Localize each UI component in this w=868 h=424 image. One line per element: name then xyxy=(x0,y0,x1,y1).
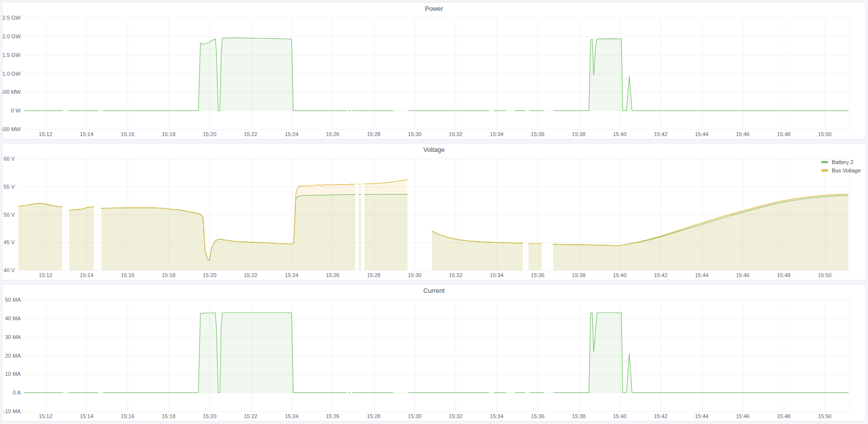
svg-text:15:34: 15:34 xyxy=(490,272,504,278)
svg-text:15:34: 15:34 xyxy=(490,131,504,137)
svg-text:15:44: 15:44 xyxy=(695,131,709,137)
voltage-legend: Battery 2 Bus Voltage xyxy=(821,158,861,174)
panel-current: Current 50 MA40 MA30 MA20 MA10 MA0 A-10 … xyxy=(2,284,866,422)
gridlines xyxy=(24,18,850,130)
svg-text:45 V: 45 V xyxy=(3,239,15,245)
panel-voltage: Voltage 60 V55 V50 V45 V40 V15:1215:1415… xyxy=(2,143,866,281)
svg-text:15:12: 15:12 xyxy=(39,272,53,278)
svg-text:15:30: 15:30 xyxy=(408,413,421,419)
svg-text:15:46: 15:46 xyxy=(736,413,750,419)
power-chart-svg[interactable]: 2.5 GW2.0 GW1.5 GW1.0 GW500 MW0 W-500 MW… xyxy=(2,15,866,139)
svg-text:15:14: 15:14 xyxy=(80,131,94,137)
svg-text:15:32: 15:32 xyxy=(449,131,463,137)
svg-text:15:30: 15:30 xyxy=(408,272,421,278)
svg-text:15:26: 15:26 xyxy=(326,131,339,137)
svg-text:15:44: 15:44 xyxy=(695,272,709,278)
svg-text:15:28: 15:28 xyxy=(367,272,381,278)
svg-text:-10 MA: -10 MA xyxy=(3,408,21,414)
svg-text:55 V: 55 V xyxy=(3,184,15,190)
svg-text:15:50: 15:50 xyxy=(818,272,832,278)
svg-text:1.5 GW: 1.5 GW xyxy=(2,52,21,58)
svg-text:15:18: 15:18 xyxy=(162,413,175,419)
svg-text:50 MA: 50 MA xyxy=(5,297,21,303)
legend-label-battery-2: Battery 2 xyxy=(832,159,853,165)
svg-text:15:16: 15:16 xyxy=(121,413,135,419)
panel-power: Power 2.5 GW2.0 GW1.5 GW1.0 GW500 MW0 W-… xyxy=(2,2,866,140)
svg-text:15:42: 15:42 xyxy=(654,413,668,419)
svg-text:15:38: 15:38 xyxy=(572,413,586,419)
legend-item-battery-2[interactable]: Battery 2 xyxy=(821,158,861,166)
svg-text:15:38: 15:38 xyxy=(572,131,586,137)
svg-text:15:48: 15:48 xyxy=(777,131,791,137)
svg-text:15:46: 15:46 xyxy=(736,272,750,278)
panel-title-voltage[interactable]: Voltage xyxy=(2,143,866,156)
x-axis-labels: 15:1215:1415:1615:1815:2015:2215:2415:26… xyxy=(39,272,832,278)
series-area-current xyxy=(24,313,848,393)
series-area-power xyxy=(24,38,848,111)
svg-text:15:36: 15:36 xyxy=(531,413,545,419)
x-axis-labels: 15:1215:1415:1615:1815:2015:2215:2415:26… xyxy=(39,413,832,419)
svg-text:15:40: 15:40 xyxy=(613,413,627,419)
svg-text:15:38: 15:38 xyxy=(572,272,586,278)
panel-title-current[interactable]: Current xyxy=(2,284,866,297)
svg-text:0 A: 0 A xyxy=(13,390,21,396)
svg-text:15:48: 15:48 xyxy=(777,413,791,419)
svg-text:15:14: 15:14 xyxy=(80,413,94,419)
svg-text:-500 MW: -500 MW xyxy=(2,126,21,132)
svg-text:15:24: 15:24 xyxy=(285,131,299,137)
svg-text:15:16: 15:16 xyxy=(121,131,135,137)
svg-text:60 V: 60 V xyxy=(3,156,15,162)
svg-text:15:42: 15:42 xyxy=(654,131,668,137)
voltage-chart-svg[interactable]: 60 V55 V50 V45 V40 V15:1215:1415:1615:18… xyxy=(2,156,866,280)
svg-text:15:26: 15:26 xyxy=(326,413,339,419)
panel-title-power[interactable]: Power xyxy=(2,2,866,15)
svg-text:0 W: 0 W xyxy=(11,108,21,113)
svg-text:2.5 GW: 2.5 GW xyxy=(2,15,21,21)
svg-text:15:14: 15:14 xyxy=(80,272,94,278)
svg-text:40 V: 40 V xyxy=(3,267,15,273)
svg-text:15:50: 15:50 xyxy=(818,413,832,419)
svg-text:15:46: 15:46 xyxy=(736,131,750,137)
battery-2-series-swatch-icon xyxy=(821,161,828,163)
svg-text:15:30: 15:30 xyxy=(408,131,421,137)
dashboard: Power 2.5 GW2.0 GW1.5 GW1.0 GW500 MW0 W-… xyxy=(0,0,868,424)
svg-text:15:20: 15:20 xyxy=(203,413,217,419)
y-axis-labels: 2.5 GW2.0 GW1.5 GW1.0 GW500 MW0 W-500 MW xyxy=(2,15,21,132)
svg-text:15:20: 15:20 xyxy=(203,272,217,278)
svg-text:15:18: 15:18 xyxy=(162,131,175,137)
svg-text:15:50: 15:50 xyxy=(818,131,832,137)
current-chart-svg[interactable]: 50 MA40 MA30 MA20 MA10 MA0 A-10 MA15:121… xyxy=(2,297,866,421)
svg-text:15:42: 15:42 xyxy=(654,272,668,278)
svg-text:30 MA: 30 MA xyxy=(5,334,21,340)
svg-text:15:24: 15:24 xyxy=(285,413,299,419)
series-area-bus-voltage xyxy=(18,180,848,270)
svg-text:15:18: 15:18 xyxy=(162,272,175,278)
svg-text:1.0 GW: 1.0 GW xyxy=(2,71,21,77)
gridlines xyxy=(24,300,850,412)
svg-text:15:22: 15:22 xyxy=(244,413,257,419)
svg-text:15:24: 15:24 xyxy=(285,272,299,278)
svg-text:20 MA: 20 MA xyxy=(5,353,21,359)
svg-text:10 MA: 10 MA xyxy=(5,371,21,377)
svg-text:15:12: 15:12 xyxy=(39,413,53,419)
svg-text:15:16: 15:16 xyxy=(121,272,135,278)
svg-text:40 MA: 40 MA xyxy=(5,315,21,321)
svg-text:15:20: 15:20 xyxy=(203,131,217,137)
svg-text:500 MW: 500 MW xyxy=(2,89,21,95)
svg-text:50 V: 50 V xyxy=(3,212,15,218)
svg-text:15:32: 15:32 xyxy=(449,272,463,278)
svg-text:15:22: 15:22 xyxy=(244,272,257,278)
y-axis-labels: 50 MA40 MA30 MA20 MA10 MA0 A-10 MA xyxy=(3,297,21,414)
legend-label-bus-voltage: Bus Voltage xyxy=(832,168,861,173)
bus-voltage-series-swatch-icon xyxy=(821,170,828,171)
svg-text:15:40: 15:40 xyxy=(613,272,627,278)
svg-text:15:40: 15:40 xyxy=(613,131,627,137)
svg-text:15:36: 15:36 xyxy=(531,272,545,278)
svg-text:15:12: 15:12 xyxy=(39,131,53,137)
svg-text:15:32: 15:32 xyxy=(449,413,463,419)
series-line-current xyxy=(24,313,848,393)
svg-text:15:28: 15:28 xyxy=(367,131,381,137)
svg-text:2.0 GW: 2.0 GW xyxy=(2,33,21,39)
legend-item-bus-voltage[interactable]: Bus Voltage xyxy=(821,167,861,174)
svg-text:15:36: 15:36 xyxy=(531,131,545,137)
